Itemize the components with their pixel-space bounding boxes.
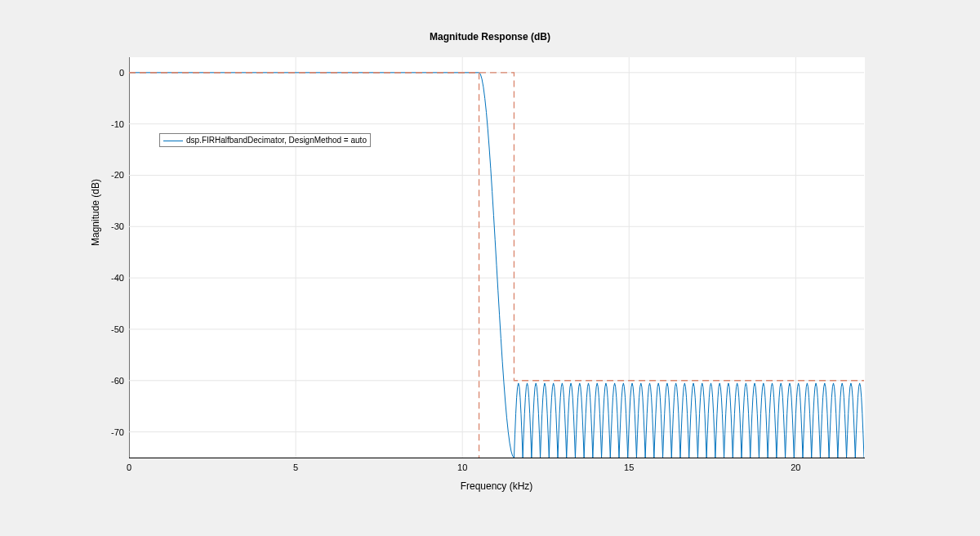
y-tick-label: -10 <box>101 119 124 129</box>
legend[interactable]: dsp.FIRHalfbandDecimator, DesignMethod =… <box>159 133 371 147</box>
x-tick-label: 20 <box>791 462 800 472</box>
y-tick-label: -20 <box>101 170 124 180</box>
response-curve <box>129 73 864 458</box>
y-tick-label: 0 <box>101 68 124 78</box>
legend-entry-0: dsp.FIRHalfbandDecimator, DesignMethod =… <box>186 136 367 145</box>
x-tick-label: 15 <box>624 462 634 472</box>
y-axis-label: Magnitude (dB) <box>90 131 101 294</box>
mask-lower <box>129 73 479 458</box>
x-tick-label: 0 <box>127 462 131 472</box>
legend-line-icon <box>163 141 183 141</box>
y-tick-label: -50 <box>101 324 124 334</box>
y-tick-label: -40 <box>101 273 124 283</box>
figure-window: Magnitude Response (dB) 05101520-70-60-5… <box>0 0 980 536</box>
x-tick-label: 10 <box>457 462 467 472</box>
x-tick-label: 5 <box>293 462 298 472</box>
y-tick-label: -30 <box>101 221 124 231</box>
plot-canvas <box>0 0 980 536</box>
x-axis-label: Frequency (kHz) <box>129 480 864 492</box>
y-tick-label: -60 <box>101 376 124 386</box>
y-tick-label: -70 <box>101 427 124 437</box>
